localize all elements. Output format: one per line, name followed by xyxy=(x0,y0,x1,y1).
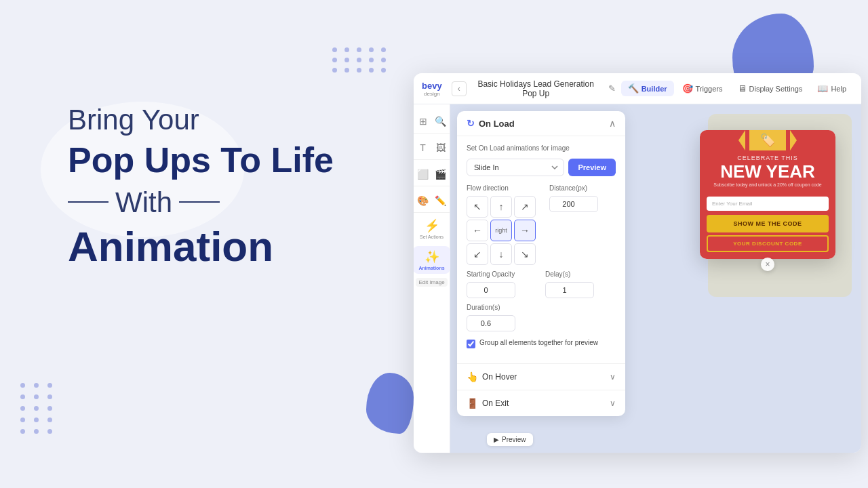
builder-tab-icon: 🔨 xyxy=(628,83,639,94)
on-hover-icon: 👆 xyxy=(467,371,478,382)
top-tabs: 🔨 Builder 🎯 Triggers 🖥 Display Settings … xyxy=(621,81,853,96)
on-exit-label: On Exit xyxy=(482,399,509,408)
animation-panel-header: ↻ On Load ∧ xyxy=(457,111,625,136)
show-code-button[interactable]: SHOW ME THE CODE xyxy=(707,215,829,232)
group-elements-checkbox[interactable] xyxy=(467,340,475,348)
on-hover-title: 👆 On Hover xyxy=(467,371,517,382)
tool-layout[interactable]: ⊞ xyxy=(416,114,431,129)
popup-preview: 🏷️ CELEBRATE THIS NEW YEAR Subscribe tod… xyxy=(700,130,835,259)
delay-group: Delay(s) xyxy=(545,270,616,298)
on-hover-section[interactable]: 👆 On Hover ∨ xyxy=(457,363,625,390)
hero-line4: Animation xyxy=(68,224,334,270)
email-input-field[interactable]: Enter Your Email xyxy=(707,197,829,211)
tab-display-settings[interactable]: 🖥 Display Settings xyxy=(731,81,810,96)
duration-input[interactable] xyxy=(467,315,515,331)
on-exit-icon: 🚪 xyxy=(467,398,478,409)
tool-image[interactable]: 🖼 xyxy=(433,140,448,155)
animations-button[interactable]: ✨ Animations xyxy=(414,246,450,274)
top-bar: bevy design ‹ Basic Holidays Lead Genera… xyxy=(414,73,861,104)
animations-icon: ✨ xyxy=(425,249,439,264)
dir-right-button[interactable]: → xyxy=(514,220,536,241)
tab-help[interactable]: 📖 Help xyxy=(810,81,853,96)
tool-color[interactable]: 🎨 xyxy=(416,193,431,208)
edit-image-label: Edit Image xyxy=(418,279,444,285)
animation-type-select[interactable]: Slide In xyxy=(467,159,564,176)
set-actions-label: Set Actions xyxy=(420,235,443,239)
dir-down-button[interactable]: ↓ xyxy=(490,243,512,265)
hero-line1: Bring Your xyxy=(68,102,334,139)
tool-group-2: T 🖼 xyxy=(414,136,450,160)
preview-animation-button[interactable]: Preview xyxy=(568,159,616,176)
flow-direction-grid: ↖ ↑ ↗ ← right → ↙ ↓ ↘ xyxy=(467,196,536,265)
starting-opacity-group: Starting Opacity xyxy=(467,270,537,298)
distance-input[interactable] xyxy=(549,196,598,212)
edit-image-button[interactable]: Edit Image xyxy=(416,278,447,287)
delay-input[interactable] xyxy=(545,282,594,298)
triggers-tab-icon: 🎯 xyxy=(682,83,693,94)
dir-left-button[interactable]: ← xyxy=(467,220,488,241)
new-year-text: NEW YEAR xyxy=(700,163,835,180)
bg-blob-bottom-left xyxy=(366,373,414,434)
logo-sub: design xyxy=(424,91,440,97)
delay-label: Delay(s) xyxy=(545,270,616,278)
animation-description: Set On Load animations for image xyxy=(467,144,616,152)
ribbon-icon: 🏷️ xyxy=(760,133,775,148)
page-title: Basic Holidays Lead Generation Pop Up xyxy=(472,79,600,98)
set-actions-icon: ⚡ xyxy=(425,218,439,233)
dir-down-left-button[interactable]: ↙ xyxy=(467,243,488,265)
bg-dots-top xyxy=(332,47,388,73)
preview-button[interactable]: ▶ Preview xyxy=(487,433,533,446)
tool-group-4: 🎨 ✏️ xyxy=(414,189,450,213)
discount-code-button[interactable]: YOUR DISCOUNT CODE xyxy=(707,235,829,252)
animation-panel: ↻ On Load ∧ Set On Load animations for i… xyxy=(457,111,625,416)
logo: bevy design xyxy=(422,81,442,97)
hero-line2: Pop Ups To Life xyxy=(68,139,334,181)
tab-triggers[interactable]: 🎯 Triggers xyxy=(675,81,730,96)
dir-up-right-button[interactable]: ↗ xyxy=(514,196,536,218)
flow-distance-row: Flow direction ↖ ↑ ↗ ← right → ↙ ↓ ↘ xyxy=(467,184,616,265)
tool-shapes[interactable]: ⬜ xyxy=(416,167,431,182)
on-exit-chevron-icon: ∨ xyxy=(610,399,616,408)
logo-text: bevy xyxy=(422,81,442,91)
tool-text[interactable]: T xyxy=(416,140,431,155)
tab-builder[interactable]: 🔨 Builder xyxy=(621,81,674,96)
group-elements-row: Group all elements together for preview xyxy=(467,338,616,348)
dir-down-right-button[interactable]: ↘ xyxy=(514,243,536,265)
hero-line3: With xyxy=(68,181,334,224)
builder-window: bevy design ‹ Basic Holidays Lead Genera… xyxy=(414,73,861,453)
edit-title-icon[interactable]: ✎ xyxy=(608,83,616,94)
dir-right-label[interactable]: right xyxy=(490,220,512,241)
tab-display-settings-label: Display Settings xyxy=(749,85,803,93)
popup-ribbon: 🏷️ xyxy=(700,130,835,150)
duration-row: Duration(s) xyxy=(467,304,616,331)
tool-video[interactable]: 🎬 xyxy=(433,167,448,182)
on-load-title: On Load xyxy=(479,119,515,129)
animations-label: Animations xyxy=(418,266,444,270)
tool-draw[interactable]: ✏️ xyxy=(433,193,448,208)
popup-inner: 🏷️ CELEBRATE THIS NEW YEAR Subscribe tod… xyxy=(700,130,835,259)
tab-builder-label: Builder xyxy=(642,85,667,93)
starting-opacity-input[interactable] xyxy=(467,282,515,298)
collapse-panel-button[interactable]: ∧ xyxy=(609,118,616,129)
on-hover-chevron-icon: ∨ xyxy=(610,372,616,382)
on-hover-label: On Hover xyxy=(482,372,517,382)
flow-direction-col: Flow direction ↖ ↑ ↗ ← right → ↙ ↓ ↘ xyxy=(467,184,536,265)
starting-opacity-label: Starting Opacity xyxy=(467,270,537,278)
subscribe-text: Subscribe today and unlock a 20% off cou… xyxy=(700,182,835,192)
dir-up-button[interactable]: ↑ xyxy=(490,196,512,218)
with-line-decoration xyxy=(68,201,108,203)
sidebar: ⊞ 🔍 T 🖼 ⬜ 🎬 🎨 ✏️ xyxy=(414,104,450,453)
celebrate-text: CELEBRATE THIS xyxy=(700,155,835,161)
opacity-delay-row: Starting Opacity Delay(s) xyxy=(467,270,616,298)
set-actions-button[interactable]: ⚡ Set Actions xyxy=(416,216,448,242)
animation-panel-body: Set On Load animations for image Slide I… xyxy=(457,136,625,363)
on-exit-section[interactable]: 🚪 On Exit ∨ xyxy=(457,390,625,416)
bg-dots-bottom-left xyxy=(20,383,54,434)
group-elements-label: Group all elements together for preview xyxy=(479,338,598,348)
tool-search[interactable]: 🔍 xyxy=(433,114,448,129)
nav-back-button[interactable]: ‹ xyxy=(452,81,467,96)
popup-close-button[interactable]: × xyxy=(761,258,774,271)
canvas-area: ↻ On Load ∧ Set On Load animations for i… xyxy=(450,104,861,453)
dir-up-left-button[interactable]: ↖ xyxy=(467,196,488,218)
ribbon-right-triangle xyxy=(790,130,797,150)
